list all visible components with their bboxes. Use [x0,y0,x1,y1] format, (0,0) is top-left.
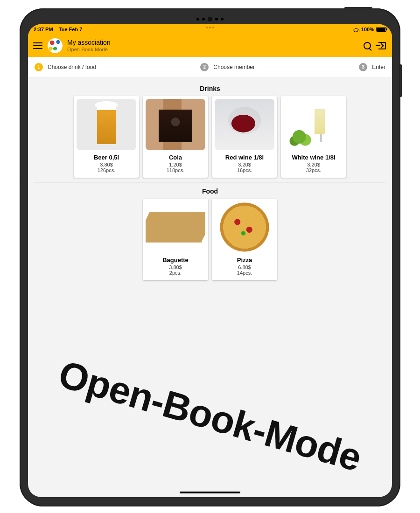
content: Drinks Beer 0,5l 3.80$ 126pcs. Cola 1.20… [28,77,392,280]
title-block: My association Open-Book-Mode [67,39,357,52]
volume-button [400,64,402,97]
speaker-grille [196,18,224,21]
wifi-icon [353,27,359,32]
page-accent-left [0,183,20,183]
multitask-dots [206,27,214,28]
app-subtitle: Open-Book-Mode [67,47,357,52]
product-stock: 16pcs. [215,167,274,173]
food-grid: Baguette 3.80$ 2pcs. Pizza 6.80$ 14pcs. [28,199,392,280]
section-title-food: Food [28,187,392,195]
product-name: Beer 0,5l [77,154,136,161]
section-divider [34,182,386,183]
step-2-badge[interactable]: 2 [200,63,209,71]
battery-icon [376,27,386,32]
product-card-pizza[interactable]: Pizza 6.80$ 14pcs. [212,199,277,280]
product-image [146,99,205,150]
product-card-white-wine[interactable]: White wine 1/8l 3.20$ 32pcs. [281,96,346,178]
search-icon [364,42,371,49]
product-image [77,99,136,150]
drinks-grid: Beer 0,5l 3.80$ 126pcs. Cola 1.20$ 118pc… [28,96,392,178]
product-card-red-wine[interactable]: Red wine 1/8l 3.20$ 16pcs. [212,96,277,178]
product-name: Pizza [215,256,274,263]
app-title: My association [67,39,357,46]
status-date: Tue Feb 7 [59,27,83,32]
product-name: White wine 1/8l [284,154,343,161]
product-price: 3.80$ [77,162,136,167]
app-header: My association Open-Book-Mode [28,35,392,57]
product-name: Red wine 1/8l [215,154,274,161]
stepper: 1 Choose drink / food 2 Choose member 3 … [28,57,392,77]
product-image [146,201,205,253]
status-bar: 2:37 PM Tue Feb 7 100% [28,24,392,35]
menu-button[interactable] [33,41,43,51]
logout-icon [378,42,386,49]
product-card-baguette[interactable]: Baguette 3.80$ 2pcs. [143,199,208,280]
power-button [344,7,372,9]
step-2-label: Choose member [213,64,255,70]
product-price: 1.20$ [146,162,205,167]
product-price: 3.20$ [215,162,274,167]
product-name: Cola [146,154,205,161]
step-3-label: Enter [372,64,385,70]
overlay-watermark: Open-Book-Mode [54,352,366,480]
product-stock: 126pcs. [77,167,136,173]
step-3-badge[interactable]: 3 [359,63,367,71]
search-button[interactable] [362,41,372,51]
product-card-beer[interactable]: Beer 0,5l 3.80$ 126pcs. [74,96,139,178]
screen: 2:37 PM Tue Feb 7 100% My association Op… [28,24,392,497]
product-price: 3.80$ [146,264,205,270]
product-image [284,99,343,150]
product-stock: 14pcs. [215,270,274,276]
step-1-badge[interactable]: 1 [35,63,43,71]
product-image [215,99,274,150]
section-title-drinks: Drinks [28,85,392,92]
product-price: 6.80$ [215,264,274,270]
product-name: Baguette [146,256,205,263]
product-stock: 32pcs. [284,167,343,173]
page-accent-right [400,183,420,183]
status-time: 2:37 PM [34,27,53,32]
home-indicator[interactable] [180,492,240,493]
hamburger-icon [33,42,42,49]
battery-percent: 100% [361,27,374,32]
avatar[interactable] [48,38,63,53]
tablet-frame: 2:37 PM Tue Feb 7 100% My association Op… [20,8,400,506]
step-1-label: Choose drink / food [48,64,96,70]
product-image [215,201,274,253]
logout-button[interactable] [377,41,387,51]
product-price: 3.20$ [284,162,343,167]
step-line [101,67,196,67]
step-line [259,67,354,67]
product-card-cola[interactable]: Cola 1.20$ 118pcs. [143,96,208,178]
product-stock: 2pcs. [146,270,205,276]
product-stock: 118pcs. [146,167,205,173]
